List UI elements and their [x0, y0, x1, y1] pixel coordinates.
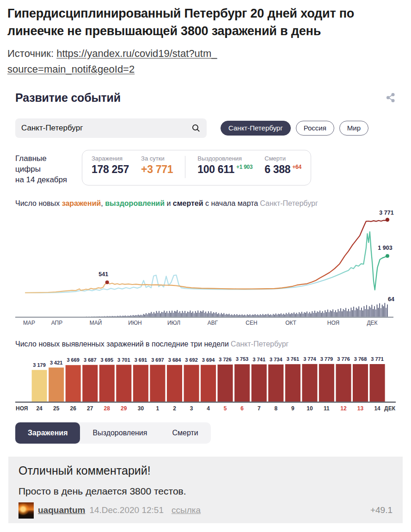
stat-deaths-delta: +64: [292, 164, 301, 170]
svg-text:1 903: 1 903: [378, 245, 392, 251]
svg-text:12: 12: [340, 405, 347, 412]
bar-chart-title: Число новых выявленных заражений в после…: [15, 340, 396, 348]
timeline-chart-title: Число новых заражений, выздоровлений и с…: [15, 199, 396, 208]
svg-text:3 741: 3 741: [253, 356, 266, 362]
svg-text:3 768: 3 768: [354, 356, 367, 362]
svg-text:3 771: 3 771: [371, 356, 384, 362]
svg-text:13: 13: [357, 405, 364, 412]
svg-text:28: 28: [104, 405, 110, 412]
share-icon[interactable]: [386, 92, 396, 103]
svg-text:МАР: МАР: [23, 320, 35, 326]
tab-recoveries[interactable]: Выздоровления: [80, 422, 159, 444]
source-line: Источник: https://yandex.ru/covid19/stat…: [7, 46, 220, 77]
svg-text:4: 4: [207, 405, 210, 412]
pill-saint-petersburg[interactable]: Санкт-Петербург: [221, 121, 291, 136]
svg-text:СЕН: СЕН: [245, 320, 257, 326]
three-week-bar-chart: 3 1793 4213 6693 6873 6953 7013 6913 697…: [15, 353, 396, 413]
search-input[interactable]: [21, 124, 191, 133]
svg-text:ИЮЛ: ИЮЛ: [167, 320, 180, 326]
svg-text:ОКТ: ОКТ: [285, 320, 296, 326]
widget-title: Развитие событий: [15, 91, 121, 105]
page: Гипердисциплинированный Петербург 20 дне…: [0, 0, 411, 523]
source-label: Источник:: [7, 48, 56, 59]
svg-text:24: 24: [36, 405, 43, 412]
svg-text:3 761: 3 761: [287, 356, 300, 362]
svg-text:11: 11: [324, 405, 330, 412]
comment-body: Просто в день делается 3800 тестов.: [18, 486, 393, 497]
svg-text:3 779: 3 779: [320, 356, 333, 361]
svg-text:3: 3: [190, 405, 193, 412]
stat-deaths: Смерти 6 388+64: [264, 155, 301, 179]
svg-text:3 694: 3 694: [202, 357, 215, 362]
svg-text:3 691: 3 691: [135, 357, 147, 362]
key-figures-label: Главные цифры на 14 декабря: [15, 150, 71, 186]
svg-text:25: 25: [53, 405, 60, 412]
svg-text:АПР: АПР: [51, 320, 63, 326]
svg-text:6: 6: [240, 405, 244, 412]
svg-text:МАЙ: МАЙ: [90, 319, 102, 326]
svg-text:2: 2: [173, 405, 176, 412]
comment-rating: +49.1: [370, 505, 393, 515]
svg-text:НОЯ: НОЯ: [327, 320, 339, 326]
svg-text:64: 64: [388, 296, 394, 303]
stat-infections: Заражения 178 257: [92, 155, 129, 179]
comment-permalink[interactable]: ссылка: [172, 505, 201, 515]
stat-recovered: Выздоровления 100 611+1 903: [197, 155, 252, 179]
covid-widget: Развитие событий Санкт-П: [15, 91, 396, 444]
comment-block: Отличный комментарий! Просто в день дела…: [8, 457, 403, 523]
key-figures: Главные цифры на 14 декабря Заражения 17…: [15, 150, 396, 186]
key-figures-box: Заражения 178 257 За сутки +3 771 Выздор…: [82, 150, 311, 186]
svg-text:7: 7: [258, 405, 261, 412]
timeline-chart: МАРАПРМАЙИЮНИЮЛАВГСЕНОКТНОЯДЕК3 7715411 …: [15, 209, 396, 327]
svg-text:3 774: 3 774: [303, 356, 316, 362]
svg-text:ДЕК: ДЕК: [367, 320, 377, 326]
svg-text:3 695: 3 695: [101, 357, 114, 362]
svg-text:3 697: 3 697: [151, 357, 164, 362]
svg-text:ИЮН: ИЮН: [128, 320, 141, 326]
svg-text:29: 29: [121, 405, 127, 412]
svg-text:3 726: 3 726: [219, 357, 232, 362]
svg-text:3 421: 3 421: [50, 359, 63, 365]
stat-divider: [185, 156, 185, 178]
tab-infections[interactable]: Заражения: [15, 422, 80, 444]
svg-text:26: 26: [70, 405, 77, 412]
post-title: Гипердисциплинированный Петербург 20 дне…: [7, 5, 404, 40]
svg-text:8: 8: [274, 405, 277, 412]
svg-text:3 687: 3 687: [84, 357, 97, 362]
svg-text:3 692: 3 692: [185, 357, 198, 362]
svg-text:3 701: 3 701: [117, 357, 130, 362]
widget-header: Развитие событий: [15, 91, 396, 105]
svg-text:541: 541: [98, 271, 108, 278]
svg-text:3 734: 3 734: [270, 356, 282, 362]
svg-text:3 179: 3 179: [33, 362, 46, 367]
svg-text:ДЕК: ДЕК: [384, 405, 396, 412]
comment-date: 14.Dec.2020 12:51: [89, 505, 164, 515]
svg-text:1: 1: [156, 405, 159, 412]
comment-author-link[interactable]: uaquantum: [38, 505, 85, 515]
stat-recovered-delta: +1 903: [236, 164, 252, 170]
svg-text:9: 9: [291, 405, 294, 412]
svg-text:27: 27: [87, 405, 93, 412]
svg-text:14: 14: [374, 405, 380, 412]
pill-russia[interactable]: Россия: [296, 121, 334, 136]
metric-tabs: Заражения Выздоровления Смерти: [15, 422, 211, 444]
svg-text:30: 30: [138, 405, 144, 412]
controls-row: Санкт-Петербург Россия Мир: [15, 118, 396, 138]
svg-text:3 771: 3 771: [379, 210, 393, 216]
svg-text:АВГ: АВГ: [208, 320, 218, 326]
region-pills: Санкт-Петербург Россия Мир: [221, 121, 368, 136]
svg-text:3 753: 3 753: [236, 356, 249, 362]
svg-text:3 776: 3 776: [337, 356, 350, 362]
svg-text:НОЯ: НОЯ: [16, 405, 28, 412]
svg-text:5: 5: [224, 405, 227, 412]
svg-text:3 669: 3 669: [67, 357, 80, 363]
svg-text:10: 10: [307, 405, 313, 412]
search-icon[interactable]: [191, 124, 201, 133]
pill-world[interactable]: Мир: [339, 121, 368, 136]
tab-deaths[interactable]: Смерти: [159, 422, 210, 444]
comment-highlight: Отличный комментарий!: [18, 464, 393, 477]
svg-text:3 684: 3 684: [168, 357, 181, 363]
region-search[interactable]: [15, 118, 207, 138]
comment-footer: uaquantum 14.Dec.2020 12:51 ссылка +49.1: [18, 502, 393, 519]
avatar[interactable]: [18, 502, 34, 519]
